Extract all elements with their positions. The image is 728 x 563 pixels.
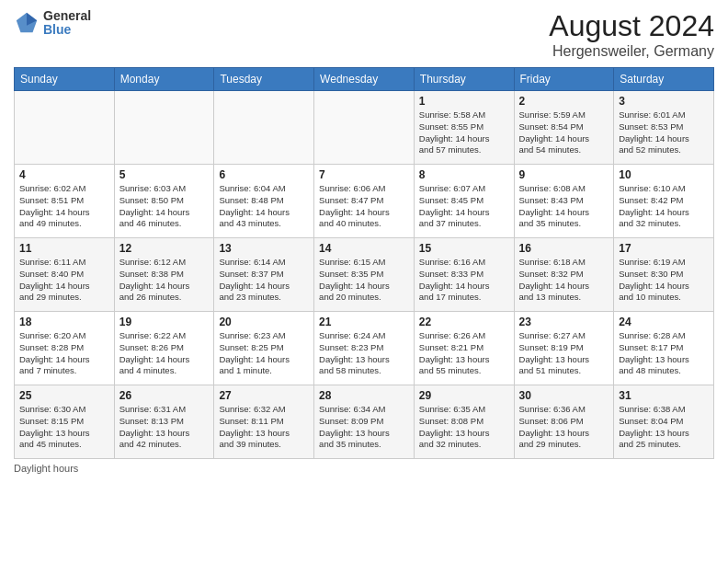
day-info: Sunrise: 6:02 AM Sunset: 8:51 PM Dayligh…: [19, 183, 109, 230]
calendar-cell: 4Sunrise: 6:02 AM Sunset: 8:51 PM Daylig…: [15, 165, 115, 238]
day-info: Sunrise: 6:36 AM Sunset: 8:06 PM Dayligh…: [519, 404, 609, 451]
calendar-cell: 26Sunrise: 6:31 AM Sunset: 8:13 PM Dayli…: [114, 385, 214, 459]
day-info: Sunrise: 6:34 AM Sunset: 8:09 PM Dayligh…: [319, 404, 409, 451]
day-info: Sunrise: 6:12 AM Sunset: 8:38 PM Dayligh…: [119, 257, 210, 304]
calendar-week-2: 4Sunrise: 6:02 AM Sunset: 8:51 PM Daylig…: [15, 165, 714, 238]
day-number: 12: [119, 242, 210, 255]
calendar-cell: 13Sunrise: 6:14 AM Sunset: 8:37 PM Dayli…: [214, 238, 314, 312]
page-container: General Blue August 2024 Hergensweiler, …: [0, 0, 728, 483]
calendar-cell: 30Sunrise: 6:36 AM Sunset: 8:06 PM Dayli…: [514, 385, 614, 459]
calendar-week-4: 18Sunrise: 6:20 AM Sunset: 8:28 PM Dayli…: [15, 312, 714, 385]
day-info: Sunrise: 6:31 AM Sunset: 8:13 PM Dayligh…: [119, 404, 210, 451]
calendar-cell: 20Sunrise: 6:23 AM Sunset: 8:25 PM Dayli…: [214, 312, 314, 385]
day-info: Sunrise: 6:03 AM Sunset: 8:50 PM Dayligh…: [119, 183, 210, 230]
day-info: Sunrise: 6:27 AM Sunset: 8:19 PM Dayligh…: [519, 330, 609, 377]
day-info: Sunrise: 6:18 AM Sunset: 8:32 PM Dayligh…: [519, 257, 609, 304]
day-number: 8: [419, 168, 509, 181]
calendar-header: SundayMondayTuesdayWednesdayThursdayFrid…: [15, 68, 714, 91]
calendar-cell: 3Sunrise: 6:01 AM Sunset: 8:53 PM Daylig…: [614, 91, 714, 165]
calendar-cell: 14Sunrise: 6:15 AM Sunset: 8:35 PM Dayli…: [314, 238, 415, 312]
day-info: Sunrise: 6:32 AM Sunset: 8:11 PM Dayligh…: [219, 404, 309, 451]
day-of-week-monday: Monday: [114, 68, 214, 91]
day-info: Sunrise: 5:58 AM Sunset: 8:55 PM Dayligh…: [419, 109, 509, 156]
day-of-week-sunday: Sunday: [15, 68, 115, 91]
logo-line1: General: [43, 9, 91, 23]
calendar-cell: 1Sunrise: 5:58 AM Sunset: 8:55 PM Daylig…: [414, 91, 514, 165]
day-number: 17: [619, 242, 709, 255]
calendar-cell: 7Sunrise: 6:06 AM Sunset: 8:47 PM Daylig…: [314, 165, 415, 238]
calendar-cell: [114, 91, 214, 165]
day-number: 2: [519, 95, 609, 108]
day-info: Sunrise: 6:04 AM Sunset: 8:48 PM Dayligh…: [219, 183, 309, 230]
calendar-body: 1Sunrise: 5:58 AM Sunset: 8:55 PM Daylig…: [15, 91, 714, 459]
day-of-week-saturday: Saturday: [614, 68, 714, 91]
logo-icon: [14, 10, 40, 36]
calendar-cell: 11Sunrise: 6:11 AM Sunset: 8:40 PM Dayli…: [15, 238, 115, 312]
day-number: 16: [519, 242, 609, 255]
day-info: Sunrise: 6:08 AM Sunset: 8:43 PM Dayligh…: [519, 183, 609, 230]
calendar-cell: 22Sunrise: 6:26 AM Sunset: 8:21 PM Dayli…: [414, 312, 514, 385]
calendar-week-5: 25Sunrise: 6:30 AM Sunset: 8:15 PM Dayli…: [15, 385, 714, 459]
calendar-cell: 29Sunrise: 6:35 AM Sunset: 8:08 PM Dayli…: [414, 385, 514, 459]
calendar-cell: [314, 91, 415, 165]
day-number: 5: [119, 168, 210, 181]
day-number: 15: [419, 242, 509, 255]
calendar-cell: [15, 91, 115, 165]
day-number: 9: [519, 168, 609, 181]
day-info: Sunrise: 6:23 AM Sunset: 8:25 PM Dayligh…: [219, 330, 309, 377]
day-number: 26: [119, 389, 210, 402]
calendar-cell: 28Sunrise: 6:34 AM Sunset: 8:09 PM Dayli…: [314, 385, 415, 459]
daylight-note: Daylight hours: [14, 463, 78, 474]
day-number: 1: [419, 95, 509, 108]
calendar-cell: 16Sunrise: 6:18 AM Sunset: 8:32 PM Dayli…: [514, 238, 614, 312]
day-info: Sunrise: 6:30 AM Sunset: 8:15 PM Dayligh…: [19, 404, 109, 451]
calendar-cell: 8Sunrise: 6:07 AM Sunset: 8:45 PM Daylig…: [414, 165, 514, 238]
calendar-week-1: 1Sunrise: 5:58 AM Sunset: 8:55 PM Daylig…: [15, 91, 714, 165]
calendar-cell: 24Sunrise: 6:28 AM Sunset: 8:17 PM Dayli…: [614, 312, 714, 385]
calendar-cell: 5Sunrise: 6:03 AM Sunset: 8:50 PM Daylig…: [114, 165, 214, 238]
day-info: Sunrise: 6:38 AM Sunset: 8:04 PM Dayligh…: [619, 404, 709, 451]
day-info: Sunrise: 6:19 AM Sunset: 8:30 PM Dayligh…: [619, 257, 709, 304]
day-info: Sunrise: 6:20 AM Sunset: 8:28 PM Dayligh…: [19, 330, 109, 377]
day-number: 30: [519, 389, 609, 402]
day-info: Sunrise: 5:59 AM Sunset: 8:54 PM Dayligh…: [519, 109, 609, 156]
day-info: Sunrise: 6:11 AM Sunset: 8:40 PM Dayligh…: [19, 257, 109, 304]
day-number: 7: [319, 168, 409, 181]
day-number: 29: [419, 389, 509, 402]
calendar-cell: 17Sunrise: 6:19 AM Sunset: 8:30 PM Dayli…: [614, 238, 714, 312]
days-of-week-row: SundayMondayTuesdayWednesdayThursdayFrid…: [15, 68, 714, 91]
day-info: Sunrise: 6:07 AM Sunset: 8:45 PM Dayligh…: [419, 183, 509, 230]
day-of-week-friday: Friday: [514, 68, 614, 91]
day-number: 27: [219, 389, 309, 402]
calendar-cell: 31Sunrise: 6:38 AM Sunset: 8:04 PM Dayli…: [614, 385, 714, 459]
calendar-cell: 23Sunrise: 6:27 AM Sunset: 8:19 PM Dayli…: [514, 312, 614, 385]
day-info: Sunrise: 6:15 AM Sunset: 8:35 PM Dayligh…: [319, 257, 409, 304]
day-number: 6: [219, 168, 309, 181]
logo-line2: Blue: [43, 23, 91, 37]
calendar-cell: 9Sunrise: 6:08 AM Sunset: 8:43 PM Daylig…: [514, 165, 614, 238]
calendar-cell: 19Sunrise: 6:22 AM Sunset: 8:26 PM Dayli…: [114, 312, 214, 385]
day-info: Sunrise: 6:14 AM Sunset: 8:37 PM Dayligh…: [219, 257, 309, 304]
day-number: 20: [219, 316, 309, 328]
logo: General Blue: [14, 9, 91, 38]
footer-note: Daylight hours: [14, 463, 714, 474]
day-number: 22: [419, 316, 509, 328]
calendar-cell: 15Sunrise: 6:16 AM Sunset: 8:33 PM Dayli…: [414, 238, 514, 312]
day-info: Sunrise: 6:22 AM Sunset: 8:26 PM Dayligh…: [119, 330, 210, 377]
day-info: Sunrise: 6:10 AM Sunset: 8:42 PM Dayligh…: [619, 183, 709, 230]
calendar-cell: 25Sunrise: 6:30 AM Sunset: 8:15 PM Dayli…: [15, 385, 115, 459]
logo-text: General Blue: [43, 9, 91, 38]
day-number: 31: [619, 389, 709, 402]
day-info: Sunrise: 6:35 AM Sunset: 8:08 PM Dayligh…: [419, 404, 509, 451]
title-block: August 2024 Hergensweiler, Germany: [549, 9, 714, 60]
day-number: 11: [19, 242, 109, 255]
day-number: 3: [619, 95, 709, 108]
calendar-cell: 21Sunrise: 6:24 AM Sunset: 8:23 PM Dayli…: [314, 312, 415, 385]
day-number: 23: [519, 316, 609, 328]
day-info: Sunrise: 6:24 AM Sunset: 8:23 PM Dayligh…: [319, 330, 409, 377]
calendar-week-3: 11Sunrise: 6:11 AM Sunset: 8:40 PM Dayli…: [15, 238, 714, 312]
day-number: 24: [619, 316, 709, 328]
day-info: Sunrise: 6:28 AM Sunset: 8:17 PM Dayligh…: [619, 330, 709, 377]
day-number: 10: [619, 168, 709, 181]
day-number: 21: [319, 316, 409, 328]
